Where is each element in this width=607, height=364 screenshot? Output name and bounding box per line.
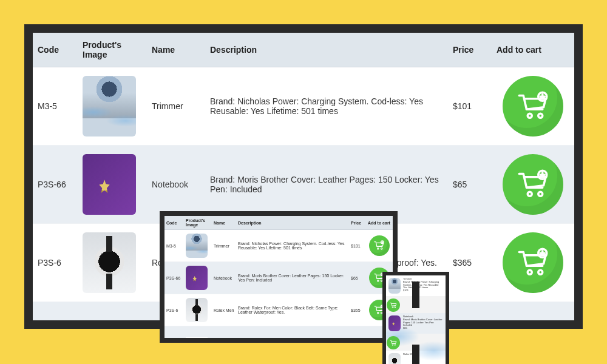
svg-point-26 — [392, 345, 393, 346]
table-row: M3-5 Trimmer Brand: Nicholas Power: Char… — [33, 67, 574, 146]
svg-point-27 — [395, 345, 396, 346]
cell-image — [78, 302, 147, 329]
cell-price: $365 — [448, 224, 492, 302]
product-image-notebook — [186, 266, 208, 290]
cell-price: $101 — [349, 230, 366, 262]
product-table-tablet: Code Product's Image Name Description Pr… — [164, 216, 393, 343]
svg-point-12 — [378, 248, 379, 249]
cell-image — [184, 326, 212, 343]
add-to-cart-button[interactable] — [503, 76, 563, 136]
col-header-price: Price — [349, 216, 366, 230]
col-header-price: Price — [448, 33, 492, 67]
product-image-notebook — [83, 154, 136, 215]
col-header-cart: Add to cart — [366, 216, 393, 230]
cart-icon — [390, 339, 397, 346]
cell-description: Brand: Nicholas Power: Charging System. … — [236, 230, 349, 262]
cell-description: Brand: Rolex For: Men Color: Black Belt:… — [236, 294, 349, 326]
cell-description: Brand: Moris Brother Cover: Leather Page… — [236, 262, 349, 294]
col-header-image: Product's Image — [78, 33, 147, 67]
svg-point-13 — [381, 248, 382, 249]
col-header-description: Description — [236, 216, 349, 230]
cart-icon — [373, 240, 385, 251]
cell-price: $101 — [448, 67, 492, 146]
cell-cart — [492, 224, 574, 302]
cell-name: Rolex Men — [212, 294, 236, 326]
svg-point-4 — [538, 192, 543, 196]
add-to-cart-button[interactable] — [503, 154, 563, 215]
cart-icon — [516, 89, 550, 123]
cell-price: $65 — [349, 262, 366, 294]
stage: Code Product's Image Name Description Pr… — [0, 0, 607, 364]
cell-description: Brand: Nicholas Power: Charging System. … — [205, 67, 448, 146]
col-header-code: Code — [33, 33, 78, 67]
product-image-trimmer — [388, 278, 401, 294]
add-to-cart-button[interactable] — [387, 336, 400, 349]
product-image-trimmer — [83, 76, 136, 136]
cell-image — [78, 224, 147, 302]
svg-point-24 — [392, 307, 393, 308]
cell-image — [184, 294, 212, 326]
table-header-row: Code Product's Image Name Description Pr… — [33, 33, 574, 67]
svg-point-18 — [378, 312, 379, 314]
cell-price: $365 — [349, 294, 366, 326]
cart-icon — [516, 167, 550, 201]
cell-cart — [492, 67, 574, 146]
add-to-cart-button[interactable] — [387, 298, 400, 312]
device-phone: Trimmer Brand: Nicholas Power: Charging … — [382, 272, 449, 364]
table-row: M3-5 Trimmer Brand: Nicholas Power: Char… — [164, 230, 393, 262]
svg-point-25 — [395, 307, 396, 308]
product-image-watch — [186, 298, 208, 322]
add-to-cart-button[interactable] — [369, 235, 390, 256]
cell-image — [78, 67, 147, 146]
product-image-watch — [83, 232, 136, 293]
table-row: P3S-66 Notebook Brand: Moris Brother Cov… — [164, 262, 393, 294]
cell-cart — [366, 230, 393, 262]
cell-code: M3-5 — [33, 67, 78, 146]
cell-code: P3S-66 — [33, 146, 78, 224]
table-header-row: Code Product's Image Name Description Pr… — [164, 216, 393, 230]
svg-point-7 — [538, 270, 543, 274]
col-header-name: Name — [147, 33, 205, 67]
col-header-image: Product's Image — [184, 216, 212, 230]
cell-image — [184, 230, 212, 262]
col-header-name: Name — [212, 216, 236, 230]
cell-price: $65 — [448, 146, 492, 224]
cell-image — [78, 146, 147, 224]
table-row: P3S-6 Rolex Men Brand: Rolex For: Men Co… — [164, 294, 393, 326]
cell-name: Trimmer — [212, 230, 236, 262]
svg-point-6 — [527, 270, 532, 274]
cell-name: Notebook — [212, 262, 236, 294]
cell-cart — [492, 146, 574, 224]
product-image-notebook — [388, 315, 401, 331]
col-header-cart: Add to cart — [492, 33, 574, 67]
svg-point-1 — [538, 113, 543, 118]
svg-point-3 — [527, 192, 532, 196]
cell-code: P3S-6 — [164, 294, 184, 326]
cell-name: Trimmer — [147, 67, 205, 146]
cell-code — [33, 302, 78, 329]
cell-code: M3-5 — [164, 230, 184, 262]
table-row — [164, 326, 393, 343]
cart-icon — [390, 302, 397, 309]
col-header-code: Code — [164, 216, 184, 230]
cell-code: P3S-6 — [33, 224, 78, 302]
cell-image — [184, 262, 212, 294]
device-tablet: Code Product's Image Name Description Pr… — [160, 211, 398, 343]
col-header-description: Description — [205, 33, 448, 67]
svg-point-0 — [527, 113, 532, 118]
product-image-trimmer — [186, 234, 208, 258]
cell-code: P3S-66 — [164, 262, 184, 294]
svg-point-15 — [378, 280, 379, 281]
cart-icon — [516, 246, 550, 280]
product-image-placeholder — [186, 337, 208, 343]
cell-cart — [492, 302, 574, 329]
add-to-cart-button[interactable] — [503, 232, 563, 293]
